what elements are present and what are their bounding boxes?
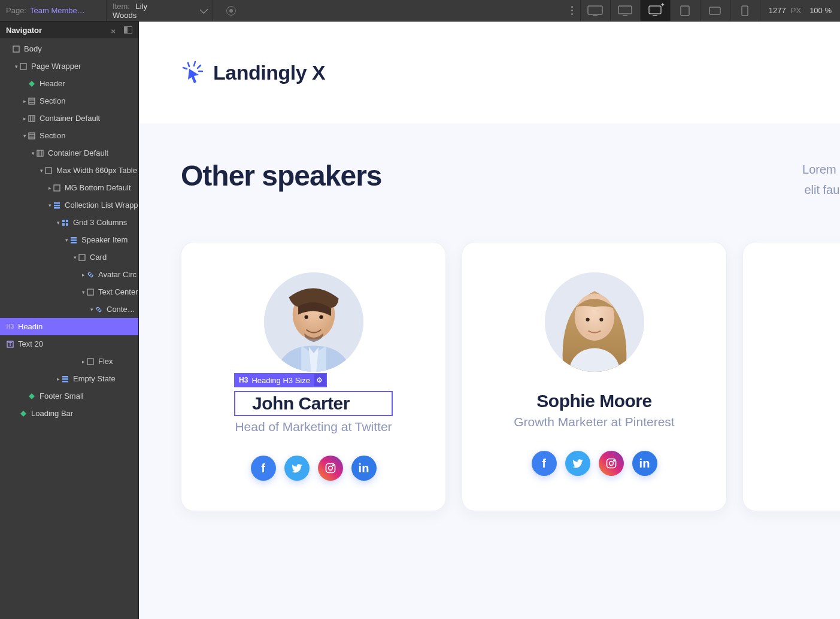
- instagram-icon[interactable]: [599, 451, 624, 476]
- svg-rect-24: [46, 168, 51, 174]
- item-selector[interactable]: Item: Lily Woods: [107, 0, 213, 21]
- expand-arrow-icon[interactable]: ▾: [55, 220, 61, 226]
- expand-arrow-icon[interactable]: ▾: [22, 133, 28, 139]
- speaker-card[interactable]: [742, 242, 840, 511]
- expand-arrow-icon[interactable]: ▸: [22, 98, 28, 104]
- expand-arrow-icon[interactable]: ▾: [30, 150, 36, 156]
- linkedin-icon[interactable]: in: [632, 451, 657, 476]
- breakpoint-lg[interactable]: [610, 0, 640, 22]
- breakpoint-xl[interactable]: [580, 0, 610, 22]
- expand-arrow-icon[interactable]: ▾: [38, 168, 44, 174]
- node-type-icon: [61, 375, 69, 383]
- svg-rect-31: [62, 223, 65, 226]
- page-selector[interactable]: Page: Team Membe…: [0, 0, 107, 21]
- canvas-size-readout[interactable]: 1277 PX 100 %: [760, 0, 840, 21]
- instagram-icon[interactable]: [318, 456, 343, 481]
- tree-node-label: Header: [40, 79, 65, 88]
- tree-row[interactable]: ▾Section: [0, 127, 138, 144]
- tree-row[interactable]: Loading Bar: [0, 405, 138, 422]
- svg-rect-43: [62, 378, 68, 380]
- svg-point-55: [304, 315, 308, 319]
- selection-badge[interactable]: H3 Heading H3 Size ⚙: [234, 373, 327, 387]
- selected-element: H3 Heading H3 Size ⚙ John Carter: [234, 391, 393, 416]
- tree-row[interactable]: ▸Empty State: [0, 370, 138, 387]
- tree-row[interactable]: Body: [0, 40, 138, 57]
- preview-eye-icon[interactable]: [226, 6, 236, 16]
- svg-rect-37: [87, 289, 93, 295]
- expand-arrow-icon[interactable]: ▸: [80, 272, 86, 278]
- breakpoint-mobile-landscape[interactable]: [700, 0, 730, 22]
- breakpoint-tablet[interactable]: [670, 0, 700, 22]
- svg-rect-35: [71, 242, 77, 244]
- tree-row[interactable]: ▾Container Default: [0, 144, 138, 162]
- expand-arrow-icon[interactable]: ▸: [47, 185, 53, 191]
- tree-row[interactable]: ▸Container Default: [0, 110, 138, 127]
- canvas-zoom: 100 %: [809, 6, 832, 15]
- expand-arrow-icon[interactable]: ▾: [13, 63, 19, 69]
- navigator-tree[interactable]: Body▾Page WrapperHeader▸Section▸Containe…: [0, 38, 138, 424]
- facebook-icon[interactable]: f: [251, 456, 276, 481]
- twitter-icon[interactable]: [284, 456, 310, 481]
- tree-row[interactable]: ▸MG Bottom Default: [0, 179, 138, 196]
- node-type-icon: [28, 132, 36, 140]
- tree-row[interactable]: ▸Avatar Circ: [0, 266, 138, 283]
- canvas-viewport: Landingly X Other speakers Lorem ipsu el…: [139, 22, 840, 619]
- tree-row[interactable]: ▾Card: [0, 248, 138, 266]
- node-type-icon: [86, 357, 95, 366]
- tree-row[interactable]: ▾Page Wrapper: [0, 57, 138, 75]
- expand-arrow-icon[interactable]: ▸: [22, 116, 28, 122]
- gear-icon[interactable]: ⚙: [314, 374, 326, 386]
- avatar[interactable]: [545, 272, 644, 372]
- tree-row[interactable]: Header: [0, 75, 138, 92]
- expand-arrow-icon[interactable]: ▾: [72, 254, 78, 260]
- tree-row[interactable]: ▾Grid 3 Columns: [0, 214, 138, 231]
- facebook-icon[interactable]: f: [532, 451, 557, 476]
- speaker-card[interactable]: Sophie Moore Growth Marketer at Pinteres…: [462, 242, 727, 511]
- avatar[interactable]: [264, 272, 363, 372]
- svg-line-48: [188, 63, 189, 66]
- linkedin-icon[interactable]: in: [351, 456, 377, 481]
- selection-label: Heading H3 Size: [251, 376, 310, 385]
- expand-arrow-icon[interactable]: ▾: [47, 202, 53, 208]
- node-type-icon: [19, 409, 28, 418]
- breakpoint-mobile[interactable]: [730, 0, 760, 22]
- social-links: f in: [532, 451, 657, 476]
- tree-node-label: Flex: [98, 357, 113, 366]
- brand-logo[interactable]: Landingly X: [181, 60, 325, 84]
- expand-arrow-icon[interactable]: ▾: [80, 289, 86, 295]
- speaker-card[interactable]: H3 Heading H3 Size ⚙ John Carter Head of…: [181, 242, 446, 511]
- tree-row[interactable]: ▸Section: [0, 92, 138, 110]
- panel-toggle-icon[interactable]: [124, 26, 132, 34]
- expand-arrow-icon[interactable]: ▾: [89, 307, 95, 312]
- svg-rect-26: [54, 202, 60, 204]
- expand-arrow-icon[interactable]: ▾: [63, 237, 69, 243]
- tree-row[interactable]: ▾Speaker Item: [0, 231, 138, 248]
- tree-row[interactable]: H3Headin: [0, 318, 138, 335]
- tree-node-label: Grid 3 Columns: [73, 218, 127, 227]
- svg-point-56: [319, 315, 323, 319]
- svg-rect-7: [709, 7, 720, 14]
- tree-node-label: Section: [40, 96, 65, 105]
- canvas[interactable]: Landingly X Other speakers Lorem ipsu el…: [139, 22, 840, 619]
- unpin-icon[interactable]: [111, 26, 118, 34]
- section-subtitle: Lorem ipsu elit faucibu: [802, 159, 840, 200]
- expand-arrow-icon[interactable]: ▸: [55, 376, 61, 382]
- tree-row[interactable]: Text 20: [0, 335, 138, 353]
- svg-rect-34: [71, 239, 77, 241]
- tree-node-label: Empty State: [73, 374, 116, 383]
- tree-row[interactable]: ▾Content L: [0, 301, 138, 318]
- tree-row[interactable]: ▾Max Width 660px Table: [0, 162, 138, 179]
- tree-row[interactable]: Footer Small: [0, 387, 138, 405]
- tree-row[interactable]: ▾Collection List Wrapp: [0, 196, 138, 214]
- breakpoint-base[interactable]: ✦: [640, 0, 670, 22]
- tree-row[interactable]: ▾Text Center: [0, 283, 138, 301]
- more-menu-icon[interactable]: [564, 6, 580, 15]
- tree-row[interactable]: ▸Flex: [0, 353, 138, 370]
- twitter-icon[interactable]: [565, 451, 590, 476]
- tree-node-label: Content L: [107, 305, 138, 314]
- svg-rect-36: [79, 254, 85, 260]
- expand-arrow-icon[interactable]: ▸: [80, 359, 86, 365]
- tree-node-label: Container Default: [40, 114, 100, 123]
- svg-line-49: [194, 62, 195, 66]
- node-type-icon: [95, 305, 103, 314]
